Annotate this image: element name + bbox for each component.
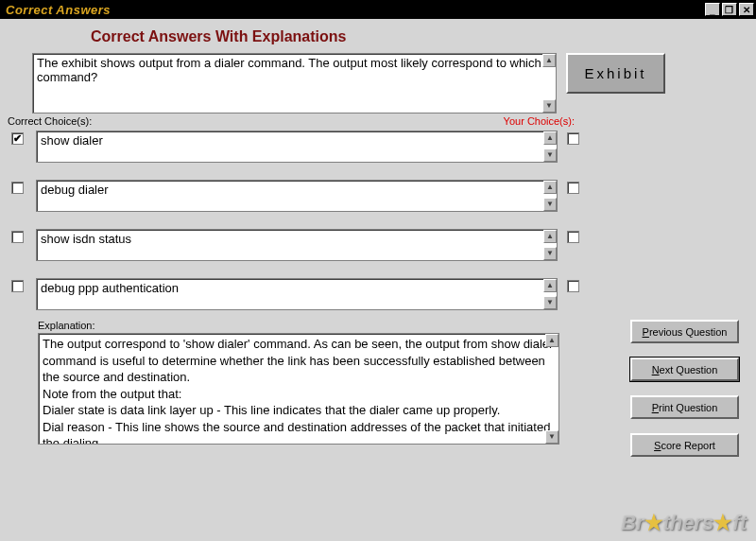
choices-list: ✔ show dialer ▲ ▼ debug dialer ▲ ▼ xyxy=(6,131,750,310)
choice-scrollbar[interactable]: ▲ ▼ xyxy=(543,230,557,260)
scroll-down-icon[interactable]: ▼ xyxy=(543,148,557,162)
exhibit-button[interactable]: Exhibit xyxy=(566,53,665,94)
scroll-down-icon[interactable]: ▼ xyxy=(545,430,558,444)
side-buttons: Previous Question Next Question Print Qu… xyxy=(630,320,739,457)
question-scrollbar[interactable]: ▲ ▼ xyxy=(542,54,556,113)
scroll-up-icon[interactable]: ▲ xyxy=(543,181,557,194)
choice-scrollbar[interactable]: ▲ ▼ xyxy=(543,181,557,211)
scroll-down-icon[interactable]: ▼ xyxy=(543,296,557,309)
window-title: Correct Answers xyxy=(2,3,705,17)
your-checkbox[interactable] xyxy=(567,132,579,145)
choice-text[interactable]: debug dialer ▲ ▼ xyxy=(36,180,558,212)
choice-labels: Correct Choice(s): Your Choice(s): xyxy=(6,115,750,127)
your-checkbox[interactable] xyxy=(567,182,579,194)
next-label-rest: ext Question xyxy=(660,364,718,375)
explanation-text[interactable]: The output correspond to 'show dialer' c… xyxy=(38,333,559,445)
scroll-up-icon[interactable]: ▲ xyxy=(543,230,557,243)
minimize-button[interactable]: _ xyxy=(705,3,720,16)
star-icon: ★ xyxy=(644,511,663,534)
choice-text[interactable]: debug ppp authentication ▲ ▼ xyxy=(36,278,558,310)
choice-text[interactable]: show isdn status ▲ ▼ xyxy=(36,229,558,261)
your-checkbox[interactable] xyxy=(567,231,579,243)
choice-text-value: debug ppp authentication xyxy=(41,281,179,295)
close-button[interactable]: ✕ xyxy=(739,3,754,16)
print-question-button[interactable]: Print Question xyxy=(630,395,739,419)
exhibit-label: Exhibit xyxy=(584,65,646,81)
correct-checkbox[interactable]: ✔ xyxy=(11,132,24,145)
page-heading: Correct Answers With Explanations xyxy=(91,28,750,45)
score-report-button[interactable]: Score Report xyxy=(630,433,739,457)
scroll-down-icon[interactable]: ▼ xyxy=(543,198,557,211)
choice-text-value: debug dialer xyxy=(41,183,109,197)
previous-question-button[interactable]: Previous Question xyxy=(630,320,739,343)
choice-row: debug dialer ▲ ▼ xyxy=(6,180,750,212)
correct-checkbox[interactable] xyxy=(11,231,24,243)
explanation-text-value: The output correspond to 'show dialer' c… xyxy=(43,337,553,445)
scroll-up-icon[interactable]: ▲ xyxy=(543,131,557,145)
prev-label-rest: revious Question xyxy=(649,326,728,338)
watermark: Br★thers★ft xyxy=(621,511,747,535)
question-text[interactable]: The exhibit shows output from a dialer c… xyxy=(32,53,557,113)
correct-checkbox[interactable] xyxy=(11,280,24,292)
your-choices-label: Your Choice(s): xyxy=(504,115,575,127)
scroll-down-icon[interactable]: ▼ xyxy=(542,99,556,113)
print-label-rest: rint Question xyxy=(659,402,717,413)
choice-row: show isdn status ▲ ▼ xyxy=(6,229,750,261)
choice-text-value: show dialer xyxy=(41,133,103,148)
scroll-up-icon[interactable]: ▲ xyxy=(545,334,558,347)
score-label-rest: core Report xyxy=(661,440,714,451)
titlebar: Correct Answers _ ❐ ✕ xyxy=(0,0,756,19)
scroll-up-icon[interactable]: ▲ xyxy=(542,54,556,67)
choice-scrollbar[interactable]: ▲ ▼ xyxy=(543,131,557,162)
scroll-down-icon[interactable]: ▼ xyxy=(543,247,557,260)
explanation-scrollbar[interactable]: ▲ ▼ xyxy=(545,334,558,444)
star-icon: ★ xyxy=(713,511,732,534)
choice-text-value: show isdn status xyxy=(41,232,131,246)
question-row: The exhibit shows output from a dialer c… xyxy=(32,53,750,113)
choice-scrollbar[interactable]: ▲ ▼ xyxy=(543,279,557,309)
window-controls: _ ❐ ✕ xyxy=(705,3,754,16)
watermark-c: ft xyxy=(732,511,747,534)
scroll-up-icon[interactable]: ▲ xyxy=(543,279,557,292)
maximize-button[interactable]: ❐ xyxy=(722,3,737,16)
choice-text[interactable]: show dialer ▲ ▼ xyxy=(36,131,558,163)
choice-row: debug ppp authentication ▲ ▼ xyxy=(6,278,750,310)
next-question-button[interactable]: Next Question xyxy=(630,358,739,381)
question-text-value: The exhibit shows output from a dialer c… xyxy=(37,56,541,84)
correct-checkbox[interactable] xyxy=(11,182,24,194)
watermark-b: thers xyxy=(663,511,714,534)
choice-row: ✔ show dialer ▲ ▼ xyxy=(6,131,750,163)
correct-choices-label: Correct Choice(s): xyxy=(8,115,92,127)
watermark-a: Br xyxy=(621,511,644,534)
your-checkbox[interactable] xyxy=(567,280,579,292)
